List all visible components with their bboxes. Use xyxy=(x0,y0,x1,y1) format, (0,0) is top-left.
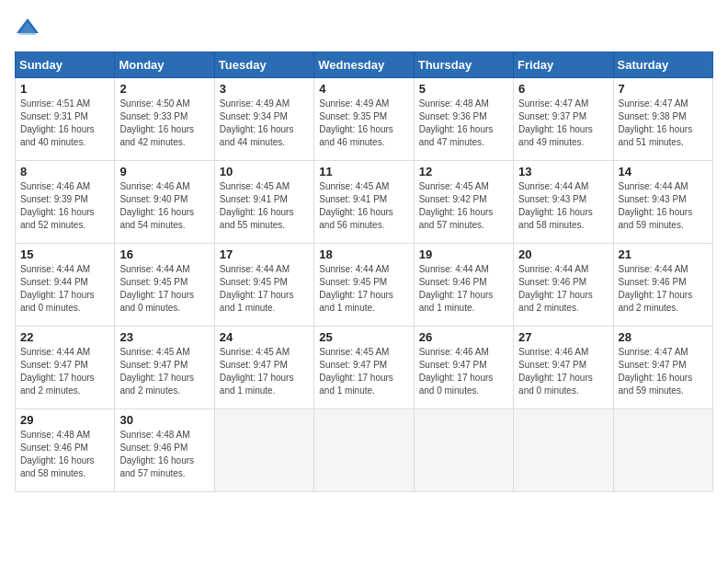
day-info: Sunrise: 4:46 AM Sunset: 9:47 PM Dayligh… xyxy=(419,346,508,397)
day-header-wednesday: Wednesday xyxy=(314,52,414,78)
day-cell: 17Sunrise: 4:44 AM Sunset: 9:45 PM Dayli… xyxy=(214,244,313,327)
day-info: Sunrise: 4:44 AM Sunset: 9:47 PM Dayligh… xyxy=(20,346,109,397)
logo xyxy=(15,15,44,40)
day-info: Sunrise: 4:46 AM Sunset: 9:40 PM Dayligh… xyxy=(119,180,209,232)
day-cell: 19Sunrise: 4:44 AM Sunset: 9:46 PM Dayli… xyxy=(414,244,513,327)
day-number: 3 xyxy=(220,82,309,96)
day-number: 21 xyxy=(619,247,708,261)
day-number: 9 xyxy=(119,165,209,178)
day-number: 24 xyxy=(220,330,309,344)
day-info: Sunrise: 4:47 AM Sunset: 9:38 PM Dayligh… xyxy=(619,98,708,149)
day-number: 4 xyxy=(319,82,408,96)
day-number: 16 xyxy=(119,247,209,261)
day-number: 7 xyxy=(619,82,708,96)
day-cell: 12Sunrise: 4:45 AM Sunset: 9:42 PM Dayli… xyxy=(414,161,513,244)
day-cell: 30Sunrise: 4:48 AM Sunset: 9:46 PM Dayli… xyxy=(115,409,214,492)
day-info: Sunrise: 4:44 AM Sunset: 9:45 PM Dayligh… xyxy=(119,263,209,315)
day-number: 22 xyxy=(20,330,109,344)
day-info: Sunrise: 4:48 AM Sunset: 9:36 PM Dayligh… xyxy=(419,98,508,149)
day-cell: 6Sunrise: 4:47 AM Sunset: 9:37 PM Daylig… xyxy=(514,78,613,161)
day-info: Sunrise: 4:45 AM Sunset: 9:42 PM Dayligh… xyxy=(419,180,508,232)
day-info: Sunrise: 4:51 AM Sunset: 9:31 PM Dayligh… xyxy=(20,98,109,149)
day-info: Sunrise: 4:48 AM Sunset: 9:46 PM Dayligh… xyxy=(119,429,209,480)
day-cell: 9Sunrise: 4:46 AM Sunset: 9:40 PM Daylig… xyxy=(115,161,214,244)
day-cell: 25Sunrise: 4:45 AM Sunset: 9:47 PM Dayli… xyxy=(314,327,414,409)
day-cell xyxy=(314,409,414,492)
day-cell: 23Sunrise: 4:45 AM Sunset: 9:47 PM Dayli… xyxy=(115,327,214,409)
day-info: Sunrise: 4:45 AM Sunset: 9:41 PM Dayligh… xyxy=(220,180,309,232)
day-header-sunday: Sunday xyxy=(16,52,115,78)
day-cell: 10Sunrise: 4:45 AM Sunset: 9:41 PM Dayli… xyxy=(214,161,313,244)
day-number: 11 xyxy=(319,165,408,178)
day-info: Sunrise: 4:45 AM Sunset: 9:41 PM Dayligh… xyxy=(319,180,408,232)
day-cell: 28Sunrise: 4:47 AM Sunset: 9:47 PM Dayli… xyxy=(613,327,712,409)
day-number: 17 xyxy=(220,247,309,261)
day-info: Sunrise: 4:44 AM Sunset: 9:45 PM Dayligh… xyxy=(319,263,408,315)
day-cell: 14Sunrise: 4:44 AM Sunset: 9:43 PM Dayli… xyxy=(613,161,712,244)
day-cell: 21Sunrise: 4:44 AM Sunset: 9:46 PM Dayli… xyxy=(613,244,712,327)
day-cell: 8Sunrise: 4:46 AM Sunset: 9:39 PM Daylig… xyxy=(16,161,115,244)
day-cell: 1Sunrise: 4:51 AM Sunset: 9:31 PM Daylig… xyxy=(16,78,115,161)
day-info: Sunrise: 4:44 AM Sunset: 9:46 PM Dayligh… xyxy=(419,263,508,315)
day-header-saturday: Saturday xyxy=(613,52,712,78)
day-cell: 3Sunrise: 4:49 AM Sunset: 9:34 PM Daylig… xyxy=(214,78,313,161)
day-cell: 4Sunrise: 4:49 AM Sunset: 9:35 PM Daylig… xyxy=(314,78,414,161)
day-number: 28 xyxy=(619,330,708,344)
day-cell xyxy=(514,409,613,492)
day-number: 18 xyxy=(319,247,408,261)
day-header-monday: Monday xyxy=(115,52,214,78)
day-cell: 13Sunrise: 4:44 AM Sunset: 9:43 PM Dayli… xyxy=(514,161,613,244)
day-number: 23 xyxy=(119,330,209,344)
day-cell: 26Sunrise: 4:46 AM Sunset: 9:47 PM Dayli… xyxy=(414,327,513,409)
day-number: 13 xyxy=(518,165,608,178)
day-info: Sunrise: 4:44 AM Sunset: 9:44 PM Dayligh… xyxy=(20,263,109,315)
day-cell xyxy=(214,409,313,492)
week-row-1: 1Sunrise: 4:51 AM Sunset: 9:31 PM Daylig… xyxy=(16,78,713,161)
day-number: 26 xyxy=(419,330,508,344)
day-number: 30 xyxy=(119,413,209,427)
week-row-3: 15Sunrise: 4:44 AM Sunset: 9:44 PM Dayli… xyxy=(16,244,713,327)
day-cell: 5Sunrise: 4:48 AM Sunset: 9:36 PM Daylig… xyxy=(414,78,513,161)
logo-icon xyxy=(15,15,40,40)
day-number: 29 xyxy=(20,413,109,427)
day-cell: 22Sunrise: 4:44 AM Sunset: 9:47 PM Dayli… xyxy=(16,327,115,409)
day-number: 6 xyxy=(518,82,608,96)
day-cell xyxy=(613,409,712,492)
day-cell: 24Sunrise: 4:45 AM Sunset: 9:47 PM Dayli… xyxy=(214,327,313,409)
day-info: Sunrise: 4:46 AM Sunset: 9:39 PM Dayligh… xyxy=(20,180,109,232)
day-cell: 29Sunrise: 4:48 AM Sunset: 9:46 PM Dayli… xyxy=(16,409,115,492)
day-info: Sunrise: 4:44 AM Sunset: 9:46 PM Dayligh… xyxy=(619,263,708,315)
day-number: 8 xyxy=(20,165,109,178)
day-number: 14 xyxy=(619,165,708,178)
day-number: 27 xyxy=(518,330,608,344)
day-header-friday: Friday xyxy=(514,52,613,78)
day-number: 20 xyxy=(518,247,608,261)
day-header-tuesday: Tuesday xyxy=(214,52,313,78)
day-number: 5 xyxy=(419,82,508,96)
day-cell: 2Sunrise: 4:50 AM Sunset: 9:33 PM Daylig… xyxy=(115,78,214,161)
day-number: 1 xyxy=(20,82,109,96)
day-info: Sunrise: 4:47 AM Sunset: 9:37 PM Dayligh… xyxy=(518,98,608,149)
day-number: 15 xyxy=(20,247,109,261)
day-info: Sunrise: 4:45 AM Sunset: 9:47 PM Dayligh… xyxy=(220,346,309,397)
calendar-header-row: SundayMondayTuesdayWednesdayThursdayFrid… xyxy=(16,52,713,78)
day-info: Sunrise: 4:44 AM Sunset: 9:43 PM Dayligh… xyxy=(619,180,708,232)
day-info: Sunrise: 4:44 AM Sunset: 9:46 PM Dayligh… xyxy=(518,263,608,315)
day-info: Sunrise: 4:45 AM Sunset: 9:47 PM Dayligh… xyxy=(319,346,408,397)
day-cell xyxy=(414,409,513,492)
day-info: Sunrise: 4:50 AM Sunset: 9:33 PM Dayligh… xyxy=(119,98,209,149)
day-info: Sunrise: 4:46 AM Sunset: 9:47 PM Dayligh… xyxy=(518,346,608,397)
week-row-2: 8Sunrise: 4:46 AM Sunset: 9:39 PM Daylig… xyxy=(16,161,713,244)
week-row-4: 22Sunrise: 4:44 AM Sunset: 9:47 PM Dayli… xyxy=(16,327,713,409)
day-cell: 18Sunrise: 4:44 AM Sunset: 9:45 PM Dayli… xyxy=(314,244,414,327)
day-number: 19 xyxy=(419,247,508,261)
day-header-thursday: Thursday xyxy=(414,52,513,78)
day-cell: 20Sunrise: 4:44 AM Sunset: 9:46 PM Dayli… xyxy=(514,244,613,327)
day-cell: 7Sunrise: 4:47 AM Sunset: 9:38 PM Daylig… xyxy=(613,78,712,161)
day-info: Sunrise: 4:48 AM Sunset: 9:46 PM Dayligh… xyxy=(20,429,109,480)
day-info: Sunrise: 4:47 AM Sunset: 9:47 PM Dayligh… xyxy=(619,346,708,397)
day-info: Sunrise: 4:45 AM Sunset: 9:47 PM Dayligh… xyxy=(119,346,209,397)
day-number: 10 xyxy=(220,165,309,178)
day-number: 25 xyxy=(319,330,408,344)
day-cell: 16Sunrise: 4:44 AM Sunset: 9:45 PM Dayli… xyxy=(115,244,214,327)
